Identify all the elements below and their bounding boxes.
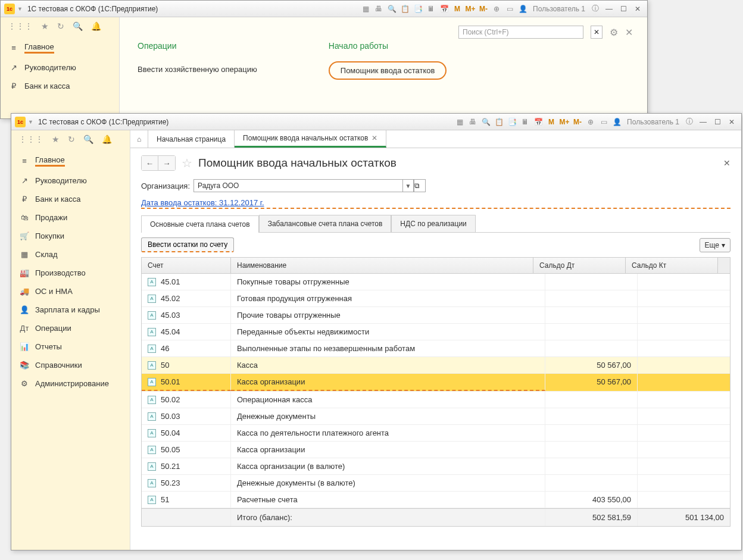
- compare-icon[interactable]: 📑: [507, 117, 517, 127]
- sidebar-item[interactable]: ₽Банк и касса: [1, 77, 119, 95]
- dropdown-icon[interactable]: ▼: [402, 179, 413, 192]
- preview-icon[interactable]: 🔍: [386, 4, 397, 14]
- zoom-icon[interactable]: ⊕: [491, 4, 502, 14]
- compare-icon[interactable]: 📑: [413, 4, 423, 14]
- table-row[interactable]: А51Расчетные счета403 550,00: [142, 492, 730, 508]
- maximize-button[interactable]: ☐: [711, 117, 723, 127]
- subtab[interactable]: Основные счета плана счетов: [141, 215, 259, 233]
- link-operation[interactable]: Ввести хозяйственную операцию: [138, 61, 257, 77]
- table-row[interactable]: А50.05Касса организации: [142, 442, 730, 458]
- table-row[interactable]: А45.04Переданные объекты недвижимости: [142, 324, 730, 340]
- m-icon[interactable]: M: [452, 4, 463, 14]
- calc-icon[interactable]: 🖩: [520, 117, 530, 127]
- table-row[interactable]: А50.01Касса организации50 567,00: [142, 374, 730, 392]
- col-debit[interactable]: Сальдо Дт: [533, 258, 626, 273]
- table-row[interactable]: А45.02Готовая продукция отгруженная: [142, 290, 730, 307]
- bell-icon[interactable]: 🔔: [102, 134, 112, 144]
- col-account[interactable]: Счет: [142, 258, 231, 273]
- table-row[interactable]: А50.03Денежные документы: [142, 408, 730, 425]
- subtab[interactable]: НДС по реализации: [391, 215, 475, 232]
- print-icon[interactable]: 🖶: [467, 117, 478, 127]
- m-icon[interactable]: M: [546, 117, 557, 127]
- gear-icon[interactable]: ⚙: [610, 27, 618, 38]
- more-button[interactable]: Еще▾: [700, 238, 730, 252]
- col-name[interactable]: Наименование: [231, 258, 533, 273]
- date-link[interactable]: Дата ввода остатков: 31.12.2017 г.: [141, 198, 730, 209]
- close-panel-icon[interactable]: ✕: [625, 27, 633, 38]
- table-row[interactable]: А50.21Касса организации (в валюте): [142, 458, 730, 475]
- enter-balance-button[interactable]: Ввести остатки по счету: [141, 237, 234, 252]
- sidebar-item[interactable]: ⚙Администрирование: [11, 374, 130, 393]
- info-icon[interactable]: ⓘ: [684, 117, 695, 127]
- book-icon[interactable]: ▭: [598, 117, 609, 127]
- sidebar-item[interactable]: 📚Справочники: [11, 356, 130, 374]
- sidebar-item[interactable]: 🛍Продажи: [11, 208, 130, 227]
- sidebar-item[interactable]: ₽Банк и касса: [11, 190, 130, 208]
- table-row[interactable]: А45.03Прочие товары отгруженные: [142, 307, 730, 324]
- m-plus-icon[interactable]: M+: [465, 4, 476, 14]
- m-minus-icon[interactable]: M-: [478, 4, 489, 14]
- tab-home[interactable]: Начальная страница: [148, 130, 235, 148]
- sidebar-item[interactable]: 📊Отчеты: [11, 337, 130, 356]
- org-input[interactable]: Радуга ООО ▼: [193, 179, 414, 192]
- print-icon[interactable]: 🖶: [373, 4, 384, 14]
- history-icon[interactable]: ↻: [68, 134, 75, 144]
- calendar-icon[interactable]: 📅: [533, 117, 544, 127]
- close-button[interactable]: ✕: [726, 117, 738, 127]
- close-page-icon[interactable]: ✕: [723, 158, 730, 168]
- expand-button[interactable]: ⧉: [414, 179, 426, 192]
- sidebar-item[interactable]: 🚚ОС и НМА: [11, 282, 130, 301]
- back-button[interactable]: ←: [142, 156, 158, 170]
- table-row[interactable]: А45.01Покупные товары отгруженные: [142, 274, 730, 290]
- sidebar-item[interactable]: ▦Склад: [11, 245, 130, 264]
- sidebar-item[interactable]: ДтОперации: [11, 319, 130, 337]
- home-button[interactable]: ⌂: [130, 130, 148, 148]
- clear-search-button[interactable]: ✕: [591, 26, 602, 39]
- forward-button[interactable]: →: [158, 156, 175, 170]
- search-icon[interactable]: 🔍: [83, 134, 93, 144]
- sidebar-item[interactable]: ≡Главное: [11, 151, 130, 171]
- info-icon[interactable]: ⓘ: [590, 4, 601, 14]
- sidebar-item[interactable]: 🛒Покупки: [11, 227, 130, 245]
- search-input[interactable]: Поиск (Ctrl+F): [458, 26, 583, 39]
- maximize-button[interactable]: ☐: [617, 4, 629, 14]
- minimize-button[interactable]: —: [603, 4, 615, 14]
- calendar-icon[interactable]: 📅: [439, 4, 449, 14]
- close-tab-icon[interactable]: ✕: [372, 134, 377, 142]
- calc-icon[interactable]: 🖩: [426, 4, 436, 14]
- zoom-icon[interactable]: ⊕: [585, 117, 596, 127]
- dropdown-icon[interactable]: ▼: [28, 119, 33, 125]
- copy-icon[interactable]: 📋: [494, 117, 504, 127]
- save-icon[interactable]: ▦: [360, 4, 371, 14]
- table-row[interactable]: А46Выполненные этапы по незавершенным ра…: [142, 340, 730, 357]
- table-row[interactable]: А50Касса50 567,00: [142, 357, 730, 374]
- bell-icon[interactable]: 🔔: [91, 21, 101, 31]
- table-row[interactable]: А50.02Операционная касса: [142, 392, 730, 408]
- link-assistant[interactable]: Помощник ввода остатков: [329, 61, 447, 80]
- apps-icon[interactable]: ⋮⋮⋮: [8, 21, 33, 31]
- table-row[interactable]: А50.04Касса по деятельности платежного а…: [142, 425, 730, 442]
- favorite-icon[interactable]: ☆: [182, 156, 192, 170]
- table-row[interactable]: А50.23Денежные документы (в валюте): [142, 475, 730, 492]
- user-label[interactable]: Пользователь 1: [533, 5, 585, 13]
- sidebar-item[interactable]: ↗Руководителю: [11, 171, 130, 190]
- close-button[interactable]: ✕: [632, 4, 644, 14]
- dropdown-icon[interactable]: ▼: [17, 6, 23, 12]
- history-icon[interactable]: ↻: [57, 21, 64, 31]
- sidebar-item[interactable]: 👤Зарплата и кадры: [11, 301, 130, 319]
- user-label[interactable]: Пользователь 1: [627, 118, 679, 126]
- book-icon[interactable]: ▭: [504, 4, 515, 14]
- minimize-button[interactable]: —: [697, 117, 709, 127]
- apps-icon[interactable]: ⋮⋮⋮: [18, 134, 43, 144]
- preview-icon[interactable]: 🔍: [480, 117, 491, 127]
- sidebar-item[interactable]: ↗Руководителю: [1, 58, 119, 77]
- subtab[interactable]: Забалансовые счета плана счетов: [259, 215, 392, 232]
- star-icon[interactable]: ★: [41, 21, 49, 31]
- sidebar-item[interactable]: 🏭Производство: [11, 264, 130, 282]
- copy-icon[interactable]: 📋: [399, 4, 410, 14]
- m-plus-icon[interactable]: M+: [559, 117, 570, 127]
- scrollbar[interactable]: [718, 258, 730, 273]
- save-icon[interactable]: ▦: [454, 117, 465, 127]
- star-icon[interactable]: ★: [52, 134, 60, 144]
- col-credit[interactable]: Сальдо Кт: [626, 258, 718, 273]
